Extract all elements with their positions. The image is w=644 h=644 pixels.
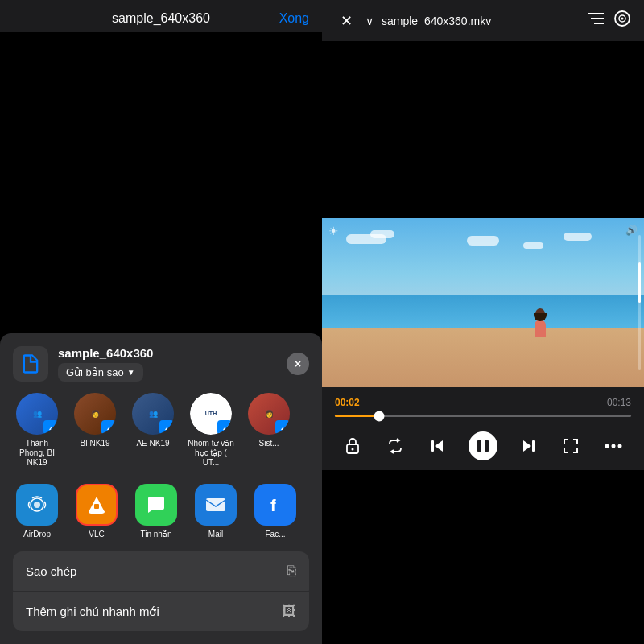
cast-button[interactable] [613, 10, 631, 31]
progress-bar[interactable] [335, 415, 631, 417]
more-icon [605, 444, 622, 448]
avatar-logo-nhom: UTH [204, 409, 218, 419]
person-head [535, 308, 545, 320]
progress-thumb [374, 411, 385, 421]
contact-item-nhom[interactable]: UTH z Nhóm tư vấn học tập ( UT... [187, 393, 235, 468]
chevron-down-button[interactable]: ∨ [365, 14, 374, 27]
share-action-button[interactable]: Gửi bản sao ▼ [58, 363, 143, 382]
vlc-label: VLC [89, 530, 104, 539]
contact-avatar-bi: 🧑 z [74, 393, 116, 435]
copy-action-row[interactable]: Sao chép ⎘ [13, 551, 309, 591]
time-total: 00:13 [607, 397, 631, 408]
svg-point-12 [621, 18, 624, 20]
time-current: 00:02 [335, 397, 360, 408]
menu-button[interactable] [588, 12, 604, 29]
cloud-5 [564, 233, 592, 241]
app-item-airdrop[interactable]: AirDrop [13, 484, 61, 539]
airdrop-icon [16, 484, 58, 526]
loop-button[interactable] [381, 431, 410, 460]
contact-avatar-sist: 👩 z [248, 393, 290, 435]
messages-label: Tin nhắn [141, 530, 172, 539]
vlc-symbol [85, 493, 109, 517]
svg-rect-4 [94, 504, 99, 509]
contacts-row: 👥 z Thành Phong, BI NK19 🧑 z BI NK19 [13, 393, 309, 471]
fullscreen-icon [562, 437, 580, 455]
airdrop-label: AirDrop [23, 530, 51, 539]
app-item-facebook[interactable]: f Fac... [251, 484, 299, 539]
app-item-vlc[interactable]: VLC [72, 484, 121, 539]
lock-button[interactable] [338, 431, 367, 460]
share-close-button[interactable]: × [287, 353, 309, 375]
contact-avatar-ae: 👥 z [132, 393, 174, 435]
video-black-area [322, 41, 644, 218]
contact-item-ae[interactable]: 👥 z AE NK19 [129, 393, 177, 468]
app-item-mail[interactable]: Mail [192, 484, 240, 539]
copy-action-label: Sao chép [26, 564, 76, 578]
next-button[interactable] [514, 431, 543, 460]
play-pause-button[interactable] [465, 428, 501, 464]
controls-row [335, 428, 631, 464]
airdrop-symbol [26, 493, 48, 516]
left-header: sample_640x360 Xong [0, 0, 322, 32]
note-action-row[interactable]: Thêm ghi chú nhanh mới 🖼 [13, 592, 309, 631]
zalo-badge-nhom: z [217, 420, 232, 435]
video-title: sample_640x360.mkv [382, 14, 580, 27]
share-filename: sample_640x360 [58, 346, 287, 360]
share-sheet: sample_640x360 Gửi bản sao ▼ × 👥 z Thành… [0, 333, 322, 644]
avatar-image-sist: 👩 [265, 410, 274, 418]
left-panel: sample_640x360 Xong sample_640x360 Gửi b… [0, 0, 322, 644]
note-icon: 🖼 [282, 603, 296, 620]
svg-point-24 [617, 444, 621, 448]
cast-icon [613, 10, 631, 27]
svg-point-23 [611, 444, 615, 448]
messages-icon [135, 484, 177, 526]
cloud-3 [467, 236, 499, 246]
apps-row: AirDrop VLC [13, 484, 309, 539]
contact-item[interactable]: 👥 z Thành Phong, BI NK19 [13, 393, 61, 468]
person-hair [534, 313, 547, 321]
zalo-badge-ae: z [159, 420, 174, 435]
facebook-symbol: f [264, 493, 287, 516]
messages-symbol [145, 493, 167, 516]
svg-rect-19 [485, 440, 489, 452]
svg-rect-16 [431, 440, 434, 452]
cloud-4 [523, 242, 543, 249]
more-button[interactable] [599, 431, 628, 460]
app-item-messages[interactable]: Tin nhắn [132, 484, 180, 539]
menu-icon [588, 12, 604, 25]
share-sheet-info: sample_640x360 Gửi bản sao ▼ [58, 346, 287, 382]
svg-rect-18 [477, 440, 481, 452]
close-button[interactable]: ✕ [335, 12, 357, 30]
contact-avatar-nhom: UTH z [190, 393, 232, 435]
volume-icon: 🔊 [625, 225, 638, 236]
video-player-area: ☀ 🔊 [322, 218, 644, 387]
video-thumbnail: ☀ 🔊 [322, 218, 644, 387]
cloud-2 [370, 230, 394, 238]
contact-name-ae: AE NK19 [136, 439, 169, 448]
done-button[interactable]: Xong [279, 11, 309, 26]
beach-person [533, 308, 547, 336]
mail-symbol [204, 494, 227, 515]
vlc-icon [76, 484, 118, 526]
contact-item-bi[interactable]: 🧑 z BI NK19 [71, 393, 119, 468]
volume-slider-thumb [638, 262, 641, 303]
fullscreen-button[interactable] [556, 431, 585, 460]
contact-name-sist: Sist... [258, 439, 279, 448]
contact-item-sist[interactable]: 👩 z Sist... [245, 393, 293, 468]
avatar-image-bi: 🧑 [91, 410, 100, 418]
volume-slider[interactable] [638, 235, 641, 370]
facebook-label: Fac... [265, 530, 285, 539]
file-icon [13, 346, 48, 382]
svg-rect-21 [532, 440, 535, 452]
svg-point-1 [34, 502, 40, 508]
prev-button[interactable] [423, 431, 452, 460]
chevron-down-icon: ▼ [127, 368, 135, 377]
svg-rect-5 [206, 498, 225, 511]
loop-icon [386, 437, 404, 455]
svg-point-14 [352, 448, 354, 451]
mail-icon [195, 484, 237, 526]
lock-icon [345, 437, 361, 455]
pause-icon [467, 430, 499, 462]
person-body [535, 320, 546, 337]
zalo-badge: z [43, 420, 58, 435]
